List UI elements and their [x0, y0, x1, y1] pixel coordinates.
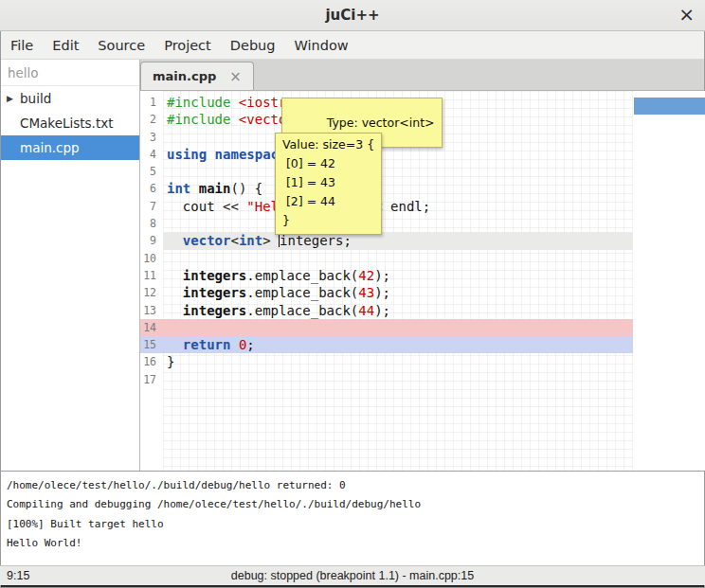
- code-token: );: [374, 303, 390, 318]
- debug-value-line: Value: size=3 {: [282, 135, 374, 154]
- terminal-line: Compiling and debugging /home/olece/test…: [7, 495, 705, 514]
- line-number[interactable]: 1: [140, 94, 163, 111]
- code-line[interactable]: 9 vector<int> integers;: [140, 232, 633, 249]
- code-token: [167, 285, 183, 300]
- code-line[interactable]: 8: [140, 215, 633, 232]
- terminal-line: Hello World!: [7, 534, 705, 553]
- line-number[interactable]: 7: [140, 198, 163, 215]
- titlebar[interactable]: juCi++ ×: [0, 0, 705, 31]
- code-token: #include: [167, 112, 239, 127]
- code-token: 42: [358, 268, 374, 283]
- debug-value-line: }: [282, 211, 374, 230]
- line-number[interactable]: 12: [140, 284, 163, 301]
- line-number[interactable]: 15: [140, 336, 163, 353]
- code-token: .emplace_back(: [246, 268, 358, 283]
- expander-icon[interactable]: ▶: [7, 94, 20, 103]
- code-line[interactable]: 17: [140, 371, 633, 388]
- line-number[interactable]: 2: [140, 111, 163, 128]
- line-number[interactable]: 4: [140, 146, 163, 163]
- code-token: cout <<: [167, 199, 246, 214]
- menu-window[interactable]: Window: [291, 36, 351, 55]
- code-line[interactable]: 16}: [140, 353, 633, 370]
- line-number[interactable]: 16: [140, 353, 163, 370]
- menu-source[interactable]: Source: [95, 36, 148, 55]
- file-tree-panel: hello ▶buildCMakeLists.txtmain.cpp: [0, 60, 140, 471]
- line-number[interactable]: 6: [140, 180, 163, 197]
- code-token: >: [262, 233, 279, 248]
- code-token: 43: [358, 285, 374, 300]
- tab-label: main.cpp: [153, 69, 216, 83]
- menubar: FileEditSourceProjectDebugWindow: [0, 31, 705, 60]
- menu-edit[interactable]: Edit: [49, 36, 81, 55]
- code-line[interactable]: 10: [140, 250, 633, 267]
- line-number[interactable]: 17: [140, 371, 163, 388]
- code-token: <: [230, 233, 238, 248]
- code-line[interactable]: 11 integers.emplace_back(42);: [140, 267, 633, 284]
- menu-project[interactable]: Project: [161, 36, 214, 55]
- code-token: [207, 147, 214, 162]
- line-number[interactable]: 3: [140, 129, 163, 146]
- line-number[interactable]: 5: [140, 163, 163, 180]
- code-token: [230, 337, 238, 352]
- sidebar-item-build[interactable]: ▶build: [0, 86, 139, 111]
- line-number[interactable]: 13: [140, 302, 163, 319]
- tab-close-icon[interactable]: ×: [229, 68, 242, 85]
- code-token: integers: [183, 303, 246, 318]
- status-bar: 9:15 debug: stopped (breakpoint 1.1) - m…: [0, 565, 705, 585]
- line-number[interactable]: 8: [140, 215, 163, 232]
- code-token: );: [374, 268, 390, 283]
- line-number[interactable]: 10: [140, 250, 163, 267]
- code-line[interactable]: 14: [140, 319, 633, 336]
- code-line-text: }: [163, 353, 633, 370]
- code-line-text: [163, 163, 633, 180]
- code-line[interactable]: 6int main() {: [140, 180, 633, 197]
- code-token: [167, 233, 183, 248]
- debug-value-line: [1] = 43: [282, 173, 374, 192]
- editor-pane: main.cpp × 1#include <iostream>2#include…: [140, 60, 705, 471]
- tab-bar: main.cpp ×: [140, 60, 705, 91]
- code-line-text: cout << "Hello World!" << endl;: [163, 198, 633, 215]
- code-token: () {: [230, 181, 262, 196]
- type-tooltip-text: Type: vector<int>: [327, 116, 435, 130]
- code-line-text: int main() {: [163, 180, 633, 197]
- code-line-text: [163, 371, 633, 388]
- code-line-text: [163, 215, 633, 232]
- window-close-icon[interactable]: ×: [678, 0, 695, 29]
- menu-file[interactable]: File: [8, 36, 36, 55]
- code-line[interactable]: 5: [140, 163, 633, 180]
- code-editor[interactable]: 1#include <iostream>2#include <vector>34…: [140, 91, 705, 471]
- project-root[interactable]: hello: [0, 60, 139, 86]
- debug-value-tooltip: Value: size=3 { [0] = 42 [1] = 43 [2] = …: [275, 133, 382, 235]
- scrollbar-thumb[interactable]: [634, 98, 705, 115]
- code-token: [167, 337, 183, 352]
- code-line-text: [163, 319, 633, 336]
- code-line[interactable]: 13 integers.emplace_back(44);: [140, 302, 633, 319]
- menu-debug[interactable]: Debug: [227, 36, 279, 55]
- code-token: .emplace_back(: [246, 285, 358, 300]
- code-token: [167, 268, 183, 283]
- code-line[interactable]: 12 integers.emplace_back(43);: [140, 284, 633, 301]
- tree-item-label: CMakeLists.txt: [20, 116, 114, 131]
- code-line[interactable]: 4using namespace std;: [140, 146, 633, 163]
- debug-value-line: [0] = 42: [282, 154, 374, 173]
- line-number[interactable]: 11: [140, 267, 163, 284]
- sidebar-item-main-cpp[interactable]: main.cpp: [0, 135, 139, 160]
- sidebar-item-cmakelists-txt[interactable]: CMakeLists.txt: [0, 111, 139, 135]
- code-token: int: [167, 181, 190, 196]
- code-token: main: [199, 181, 231, 196]
- line-number[interactable]: 14: [140, 319, 163, 336]
- code-token: integers: [183, 285, 246, 300]
- line-number[interactable]: 9: [140, 232, 163, 249]
- code-token: .emplace_back(: [246, 303, 358, 318]
- code-token: ;: [246, 337, 254, 352]
- output-terminal[interactable]: /home/olece/test/hello/./build/debug/hel…: [0, 471, 705, 565]
- code-token: 44: [358, 303, 374, 318]
- code-line[interactable]: 15 return 0;: [140, 336, 633, 353]
- code-token: );: [374, 285, 390, 300]
- code-line[interactable]: 7 cout << "Hello World!" << endl;: [140, 198, 633, 215]
- tab-main-cpp[interactable]: main.cpp ×: [140, 62, 254, 90]
- tree-item-label: main.cpp: [20, 140, 80, 155]
- app-window: juCi++ × FileEditSourceProjectDebugWindo…: [0, 0, 705, 588]
- file-tree: ▶buildCMakeLists.txtmain.cpp: [0, 86, 139, 160]
- code-token: [167, 303, 183, 318]
